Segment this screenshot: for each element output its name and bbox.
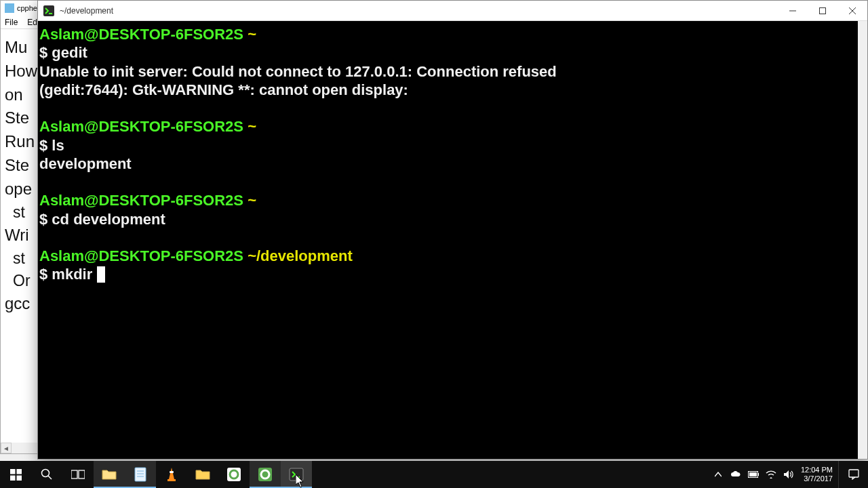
terminal-titlebar[interactable]: ~/development xyxy=(38,1,867,21)
battery-icon[interactable] xyxy=(748,469,759,480)
close-button[interactable] xyxy=(837,1,867,20)
terminal-command-line: $ cd development xyxy=(39,210,856,228)
terminal-prompt-line: Aslam@DESKTOP-6FSOR2S ~ xyxy=(39,191,856,209)
chevron-up-icon[interactable] xyxy=(713,469,724,480)
taskbar-notepad[interactable] xyxy=(125,461,156,488)
search-button[interactable] xyxy=(31,461,62,488)
start-button[interactable] xyxy=(0,461,31,488)
terminal-prompt-line: Aslam@DESKTOP-6FSOR2S ~ xyxy=(39,25,856,43)
svg-rect-6 xyxy=(10,469,16,474)
window-controls xyxy=(778,1,867,20)
svg-point-10 xyxy=(42,470,50,477)
svg-rect-12 xyxy=(71,470,77,479)
scroll-left-arrow[interactable]: ◄ xyxy=(1,443,12,453)
svg-rect-9 xyxy=(16,475,22,481)
system-tray: 12:04 PM 3/7/2017 xyxy=(709,461,838,488)
terminal-cursor xyxy=(97,266,105,283)
terminal-body[interactable]: Aslam@DESKTOP-6FSOR2S ~$ geditUnable to … xyxy=(38,21,858,459)
notepad-title: cpphel xyxy=(17,4,39,12)
terminal-blank-line xyxy=(39,228,856,247)
maximize-button[interactable] xyxy=(808,1,837,20)
cygwin-icon xyxy=(42,4,56,18)
svg-rect-18 xyxy=(167,479,176,481)
taskbar-file-explorer[interactable] xyxy=(94,461,125,488)
onedrive-icon[interactable] xyxy=(730,469,741,480)
svg-rect-24 xyxy=(290,468,303,481)
svg-rect-29 xyxy=(849,470,859,477)
taskbar-camtasia-rec[interactable] xyxy=(250,461,281,488)
terminal-output-line: (gedit:7644): Gtk-WARNING **: cannot ope… xyxy=(39,81,856,99)
clock-date: 3/7/2017 xyxy=(801,474,833,483)
svg-rect-28 xyxy=(749,472,757,476)
svg-rect-3 xyxy=(820,7,826,14)
svg-rect-7 xyxy=(16,469,22,474)
minimize-button[interactable] xyxy=(778,1,808,20)
terminal-title: ~/development xyxy=(60,6,778,16)
terminal-output-line: development xyxy=(39,155,856,173)
desktop: cpphel File Edi Mu How on Ste Run Ste op… xyxy=(0,0,868,488)
terminal-prompt-line: Aslam@DESKTOP-6FSOR2S ~/development xyxy=(39,247,856,265)
task-view-button[interactable] xyxy=(62,461,94,488)
taskbar: 12:04 PM 3/7/2017 xyxy=(0,461,868,488)
action-center-button[interactable] xyxy=(838,461,868,488)
taskbar-terminal[interactable] xyxy=(281,461,312,488)
network-icon[interactable] xyxy=(766,469,776,480)
taskbar-camtasia[interactable] xyxy=(218,461,250,488)
menu-file[interactable]: File xyxy=(5,18,18,27)
terminal-blank-line xyxy=(39,99,856,117)
terminal-output-line: Unable to init server: Could not connect… xyxy=(39,62,856,81)
svg-rect-8 xyxy=(10,475,16,481)
svg-rect-19 xyxy=(170,471,174,473)
svg-rect-27 xyxy=(758,473,759,476)
notepad-app-icon xyxy=(5,3,14,13)
terminal-command-line: $ ls xyxy=(39,136,856,155)
terminal-blank-line xyxy=(39,173,856,191)
taskbar-vlc[interactable] xyxy=(156,461,187,488)
terminal-prompt-line: Aslam@DESKTOP-6FSOR2S ~ xyxy=(39,117,856,136)
taskbar-clock[interactable]: 12:04 PM 3/7/2017 xyxy=(801,466,833,483)
svg-line-11 xyxy=(48,476,52,479)
terminal-window: ~/development Aslam@DESKTOP-6FSOR2S ~$ g… xyxy=(37,0,868,460)
volume-icon[interactable] xyxy=(783,469,794,480)
clock-time: 12:04 PM xyxy=(801,466,833,474)
terminal-command-line: $ mkdir xyxy=(39,265,856,283)
taskbar-folder[interactable] xyxy=(187,461,218,488)
svg-rect-13 xyxy=(79,470,85,479)
terminal-command-line: $ gedit xyxy=(39,43,856,62)
terminal-vertical-scrollbar[interactable] xyxy=(858,21,867,459)
svg-rect-14 xyxy=(135,468,146,481)
